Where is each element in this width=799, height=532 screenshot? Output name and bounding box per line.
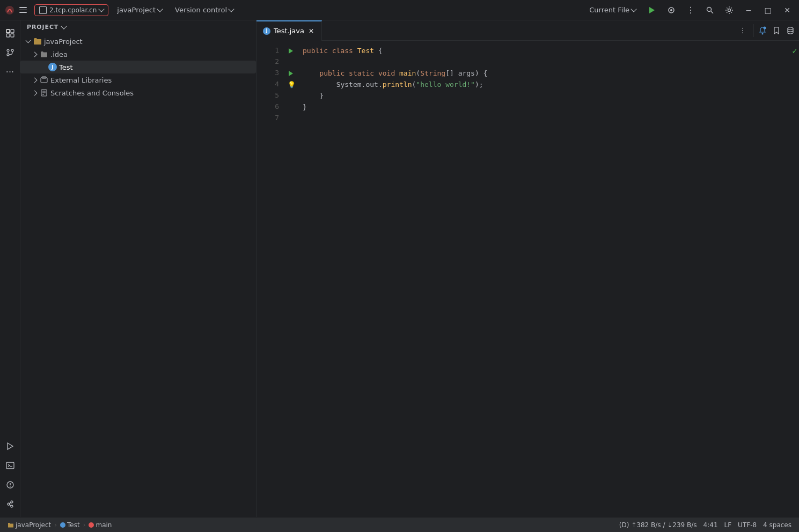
svg-marker-14	[8, 443, 13, 449]
status-indent[interactable]: 4 spaces	[760, 518, 795, 532]
status-position[interactable]: 4:41	[700, 518, 721, 532]
tree-item-scratches[interactable]: Scratches and Consoles	[20, 86, 256, 99]
search-button[interactable]	[702, 3, 717, 18]
line-num-1: 1	[275, 45, 279, 56]
debug-button[interactable]	[664, 3, 679, 18]
status-network[interactable]: (D) ↑382 B/s / ↓239 B/s	[616, 518, 700, 532]
activity-bar-bottom	[2, 438, 19, 513]
app-logo	[4, 5, 15, 16]
tab-close-button[interactable]: ✕	[307, 27, 315, 35]
svg-point-6	[728, 9, 731, 11]
tree-item-javaProject[interactable]: javaProject	[20, 35, 256, 48]
gutter-empty-7	[285, 113, 296, 124]
current-file-dropdown[interactable]: Current File	[585, 4, 640, 16]
sidebar-title: Project	[27, 24, 58, 31]
folder-small-icon	[8, 522, 14, 528]
menu-java-project[interactable]: javaProject	[113, 4, 166, 16]
folder-icon	[33, 37, 42, 46]
tree-item-idea[interactable]: .idea	[20, 48, 256, 61]
right-top-icons	[753, 24, 799, 37]
gutter-bulb-4[interactable]: 💡	[285, 79, 296, 90]
status-line-ending[interactable]: LF	[721, 518, 735, 532]
tree-label-idea: .idea	[50, 50, 252, 58]
sidebar-chevron-icon	[61, 23, 67, 29]
activity-project-icon[interactable]	[2, 25, 19, 42]
chevron-down-icon	[228, 6, 234, 12]
breadcrumb-Test-label: Test	[67, 521, 80, 529]
activity-terminal-icon[interactable]	[2, 457, 19, 474]
ext-libraries-icon	[40, 76, 48, 84]
code-gutter-right: ✓	[790, 41, 799, 517]
activity-problems-icon[interactable]	[2, 476, 19, 493]
breadcrumb-main-label: main	[96, 521, 112, 529]
svg-point-0	[5, 6, 14, 14]
tab-test-java[interactable]: J Test.java ✕	[256, 20, 322, 41]
svg-point-31	[762, 33, 764, 34]
status-line-ending-label: LF	[724, 521, 732, 529]
svg-rect-9	[6, 34, 10, 37]
status-encoding[interactable]: UTF-8	[735, 518, 760, 532]
breadcrumb-main[interactable]: main	[85, 518, 115, 532]
menu-version-control[interactable]: Version control	[171, 4, 238, 16]
activity-vcs-icon[interactable]	[2, 44, 19, 61]
svg-point-20	[8, 503, 10, 505]
breadcrumb-javaProject[interactable]: javaProject	[4, 518, 54, 532]
svg-point-32	[764, 26, 766, 29]
code-line-5: }	[298, 90, 790, 101]
activity-git-icon[interactable]	[2, 496, 19, 513]
svg-point-22	[11, 505, 13, 507]
settings-button[interactable]	[722, 3, 737, 18]
main-layout: ··· Project	[0, 20, 799, 517]
tree-item-Test[interactable]: J Test	[20, 61, 256, 73]
line-num-7: 7	[275, 113, 279, 124]
scratches-icon	[40, 88, 48, 97]
gutter-run-3[interactable]	[285, 68, 296, 79]
code-line-2	[298, 56, 790, 68]
method-icon	[89, 522, 94, 528]
gutter-empty-6	[285, 101, 296, 113]
status-position-label: 4:41	[703, 521, 718, 529]
run-button[interactable]	[644, 3, 659, 18]
chevron-down-icon	[157, 6, 163, 12]
tree-item-ext-libs[interactable]: External Libraries	[20, 73, 256, 86]
code-line-7	[298, 113, 790, 124]
close-button[interactable]: ✕	[780, 3, 795, 18]
activity-bar: ···	[0, 20, 20, 517]
svg-rect-7	[6, 29, 10, 33]
more-actions-button[interactable]: ⋮	[683, 3, 698, 18]
svg-line-24	[10, 504, 11, 506]
svg-point-33	[788, 27, 793, 29]
svg-point-21	[11, 501, 13, 503]
gutter-run-1[interactable]	[285, 45, 296, 56]
code-content[interactable]: public class Test { public static void m…	[298, 41, 790, 517]
svg-marker-1	[649, 7, 655, 13]
sidebar: Project javaProject .idea	[20, 20, 256, 517]
tabs-right: ⋮	[732, 24, 753, 37]
code-line-6: }	[298, 101, 790, 113]
activity-run-icon[interactable]	[2, 438, 19, 455]
menu-java-project-label: javaProject	[117, 6, 156, 14]
line-numbers: 1 2 3 4 5 6 7	[256, 41, 283, 517]
db-icon[interactable]	[784, 24, 797, 37]
breadcrumb-Test[interactable]: Test	[57, 518, 83, 532]
chevron-closed-icon	[31, 77, 38, 83]
line-num-5: 5	[275, 90, 279, 101]
code-line-3: public static void main(String[] args) {	[298, 68, 790, 79]
code-editor[interactable]: 1 2 3 4 5 6 7 💡 public class Test {	[256, 41, 799, 517]
hamburger-menu[interactable]	[19, 5, 30, 16]
run-triangle-icon	[289, 71, 293, 76]
activity-more-icon[interactable]: ···	[2, 63, 19, 80]
project-dropdown[interactable]: 2.tcp.cpolar.cn	[34, 4, 108, 16]
tab-options-button[interactable]: ⋮	[736, 24, 749, 37]
svg-line-23	[10, 502, 11, 504]
tree-label-javaProject: javaProject	[44, 38, 252, 46]
chevron-closed-icon	[31, 90, 38, 96]
maximize-button[interactable]: □	[760, 3, 775, 18]
svg-point-3	[670, 9, 672, 11]
minimize-button[interactable]: −	[741, 3, 756, 18]
bookmark-icon[interactable]	[770, 24, 783, 37]
folder-icon	[40, 50, 48, 58]
line-num-6: 6	[275, 101, 279, 113]
line-num-4: 4	[275, 79, 279, 90]
notification-icon[interactable]	[756, 24, 769, 37]
